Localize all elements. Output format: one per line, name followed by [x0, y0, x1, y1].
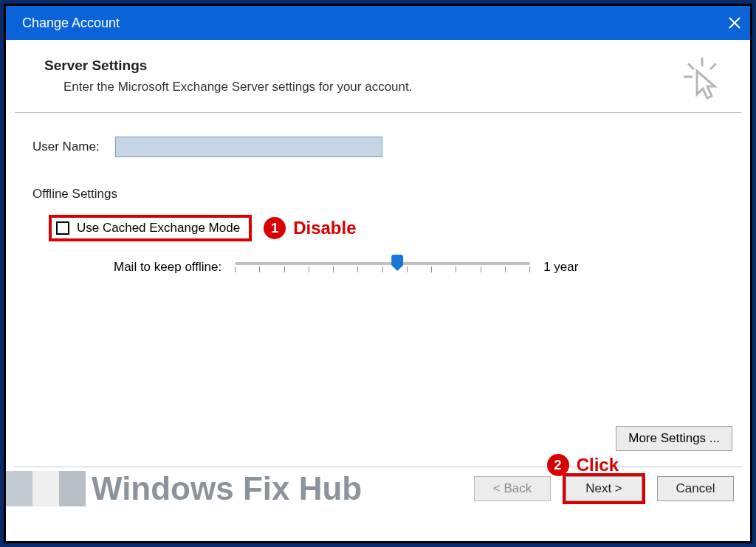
next-button[interactable]: Next > [566, 476, 642, 501]
next-button-highlight: Next > [563, 473, 645, 504]
annotation-2-text: Click [577, 455, 619, 475]
username-input[interactable] [115, 137, 382, 157]
svg-line-1 [688, 63, 694, 69]
offline-section-title: Offline Settings [32, 187, 724, 202]
footer-buttons: < Back Next > Cancel [474, 473, 734, 504]
close-icon[interactable] [728, 16, 741, 30]
username-row: User Name: [32, 137, 724, 157]
svg-line-2 [710, 63, 716, 69]
dialog-window: Change Account Server Settings Enter the… [4, 4, 752, 543]
slider-ticks [235, 266, 530, 274]
click-cursor-icon [684, 58, 721, 100]
window-title: Change Account [22, 16, 120, 31]
annotation-1: 1 Disable [264, 217, 356, 239]
header-title: Server Settings [44, 58, 412, 74]
annotation-1-badge: 1 [264, 217, 286, 239]
watermark: Windows Fix Hub [6, 470, 362, 507]
username-label: User Name: [32, 140, 106, 154]
form-area: User Name: Offline Settings Use Cached E… [6, 113, 750, 512]
cached-mode-checkbox[interactable] [56, 221, 69, 235]
watermark-text: Windows Fix Hub [92, 470, 362, 507]
back-button: < Back [474, 476, 551, 501]
slider-row: Mail to keep offline: 1 year [114, 256, 724, 278]
header-text: Server Settings Enter the Microsoft Exch… [44, 58, 412, 94]
cached-mode-label: Use Cached Exchange Mode [77, 221, 240, 235]
header-subtitle: Enter the Microsoft Exchange Server sett… [63, 80, 412, 94]
titlebar: Change Account [6, 6, 750, 40]
more-settings-button[interactable]: More Settings ... [616, 426, 732, 451]
header: Server Settings Enter the Microsoft Exch… [6, 40, 750, 112]
offline-slider[interactable] [235, 256, 530, 278]
slider-track [235, 262, 530, 265]
slider-label: Mail to keep offline: [114, 260, 221, 275]
cached-mode-line: Use Cached Exchange Mode 1 Disable [32, 215, 724, 241]
cancel-button[interactable]: Cancel [657, 476, 734, 501]
annotation-1-text: Disable [293, 218, 356, 238]
cached-mode-row[interactable]: Use Cached Exchange Mode [49, 215, 252, 241]
watermark-logo-icon [6, 471, 86, 506]
footer-divider [13, 467, 743, 467]
slider-value-label: 1 year [543, 260, 578, 275]
